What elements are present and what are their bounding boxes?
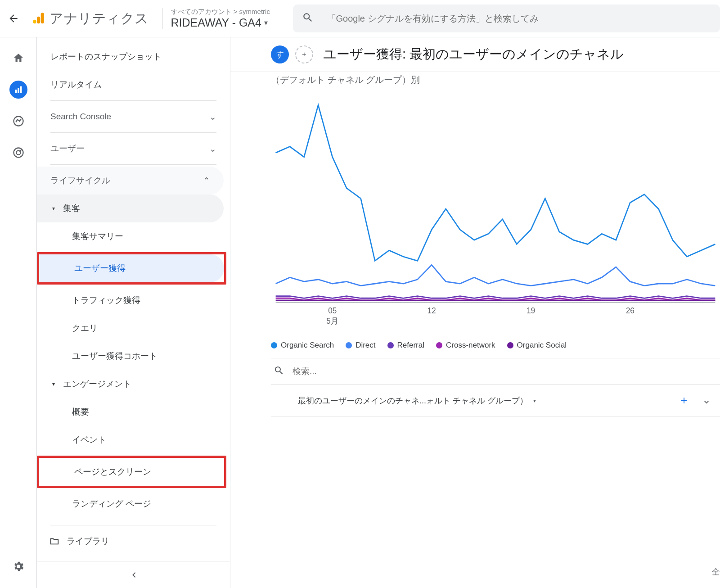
legend-dot-icon (387, 342, 394, 348)
target-icon (12, 146, 25, 159)
svg-point-6 (14, 117, 23, 126)
dimension-label: 最初のユーザーのメインのチャネ...ォルト チャネル グループ） (298, 395, 528, 406)
sidebar-library[interactable]: ライブラリ (37, 527, 230, 555)
arrow-left-icon (8, 13, 19, 24)
legend-dot-icon (346, 342, 352, 348)
sidebar-collapse[interactable] (37, 561, 230, 588)
legend-label: Cross-network (446, 341, 495, 350)
sidebar-acq-query[interactable]: クエリ (37, 314, 224, 342)
divider (50, 525, 216, 525)
rail-advertising[interactable] (9, 144, 27, 162)
chevron-up-icon: ⌃ (203, 176, 210, 186)
caret-down-icon: ▾ (52, 381, 55, 387)
search-icon (302, 12, 314, 25)
brand-title: アナリティクス (50, 9, 162, 28)
arrow-down-icon (702, 396, 711, 406)
svg-point-7 (14, 148, 23, 158)
sidebar-eng-overview[interactable]: 概要 (37, 398, 224, 426)
svg-text:19: 19 (526, 306, 535, 316)
sidebar-eng-events[interactable]: イベント (37, 426, 224, 454)
svg-rect-4 (18, 88, 19, 93)
property-selector[interactable]: すべてのアカウント > symmetric RIDEAWAY - GA4 ▾ (162, 8, 284, 29)
sidebar-eng-landing[interactable]: ランディング ページ (37, 490, 224, 518)
sidebar-acq-summary[interactable]: 集客サマリー (37, 222, 224, 250)
line-chart: 055月121926 (271, 90, 720, 333)
sidebar-snapshot[interactable]: レポートのスナップショット (37, 43, 230, 71)
svg-rect-2 (41, 13, 44, 23)
rail-admin[interactable] (9, 557, 27, 575)
dropdown-icon: ▾ (264, 18, 268, 27)
legend-item[interactable]: Organic Social (507, 341, 567, 350)
legend-dot-icon (507, 342, 513, 348)
chevron-down-icon: ⌄ (209, 112, 216, 122)
segment-chip[interactable]: す (271, 45, 289, 63)
sort-column[interactable] (693, 396, 720, 406)
svg-text:5月: 5月 (326, 316, 338, 326)
svg-rect-3 (15, 90, 17, 93)
plus-icon: + (680, 394, 687, 407)
plus-icon: + (302, 50, 306, 59)
divider (50, 132, 216, 133)
global-search-input[interactable] (327, 14, 711, 24)
table-search-input[interactable] (292, 366, 720, 376)
chevron-left-icon (128, 570, 139, 580)
divider (50, 100, 216, 101)
reports-icon (14, 85, 23, 95)
legend-label: Organic Search (281, 341, 334, 350)
gear-icon (12, 560, 25, 573)
legend-dot-icon (436, 342, 442, 348)
chart-legend: Organic SearchDirectReferralCross-networ… (271, 333, 720, 358)
legend-label: Organic Social (517, 341, 567, 350)
sidebar-acq-user[interactable]: ユーザー獲得 (39, 254, 224, 282)
divider (50, 164, 216, 165)
add-dimension-button[interactable]: + (675, 392, 693, 410)
footer-note: 全 (712, 566, 720, 577)
sidebar-realtime[interactable]: リアルタイム (37, 71, 230, 99)
folder-icon (50, 536, 59, 546)
sidebar-search-console[interactable]: Search Console ⌄ (37, 103, 230, 131)
svg-text:26: 26 (626, 306, 634, 316)
explore-icon (12, 115, 25, 127)
sidebar-eng-pages[interactable]: ページとスクリーン (39, 458, 224, 486)
analytics-logo (27, 11, 50, 26)
dimension-dropdown[interactable]: ▾ (533, 398, 536, 404)
global-search[interactable] (293, 5, 720, 32)
back-button[interactable] (0, 13, 27, 24)
caret-down-icon: ▾ (52, 205, 55, 212)
rail-reports[interactable] (9, 81, 27, 99)
legend-item[interactable]: Organic Search (271, 341, 334, 350)
svg-rect-5 (20, 86, 22, 93)
search-icon (274, 365, 284, 378)
svg-text:05: 05 (328, 306, 337, 316)
legend-dot-icon (271, 342, 277, 348)
chevron-down-icon: ⌄ (209, 144, 216, 154)
sidebar-acq-cohort[interactable]: ユーザー獲得コホート (37, 342, 224, 370)
legend-item[interactable]: Referral (387, 341, 424, 350)
sidebar-acquisition[interactable]: ▾ 集客 (37, 194, 224, 222)
rail-home[interactable] (9, 49, 27, 67)
rail-explore[interactable] (9, 112, 27, 130)
svg-rect-0 (33, 20, 36, 24)
page-title: ユーザー獲得: 最初のユーザーのメインのチャネル (323, 45, 624, 63)
svg-text:12: 12 (428, 306, 436, 316)
sidebar-user[interactable]: ユーザー ⌄ (37, 135, 230, 163)
svg-rect-1 (37, 17, 40, 24)
account-breadcrumb: すべてのアカウント > symmetric (171, 8, 276, 16)
add-segment-button[interactable]: + (295, 45, 313, 63)
sidebar-acq-traffic[interactable]: トラフィック獲得 (37, 286, 224, 314)
chart-subtitle: （デフォルト チャネル グループ）別 (271, 72, 720, 90)
legend-label: Direct (356, 341, 375, 350)
sidebar-engagement[interactable]: ▾ エンゲージメント (37, 370, 230, 398)
sidebar-lifecycle[interactable]: ライフサイクル ⌃ (37, 167, 224, 194)
legend-label: Referral (397, 341, 424, 350)
legend-item[interactable]: Direct (346, 341, 375, 350)
legend-item[interactable]: Cross-network (436, 341, 495, 350)
property-name: RIDEAWAY - GA4 (171, 16, 261, 29)
home-icon (13, 52, 24, 64)
